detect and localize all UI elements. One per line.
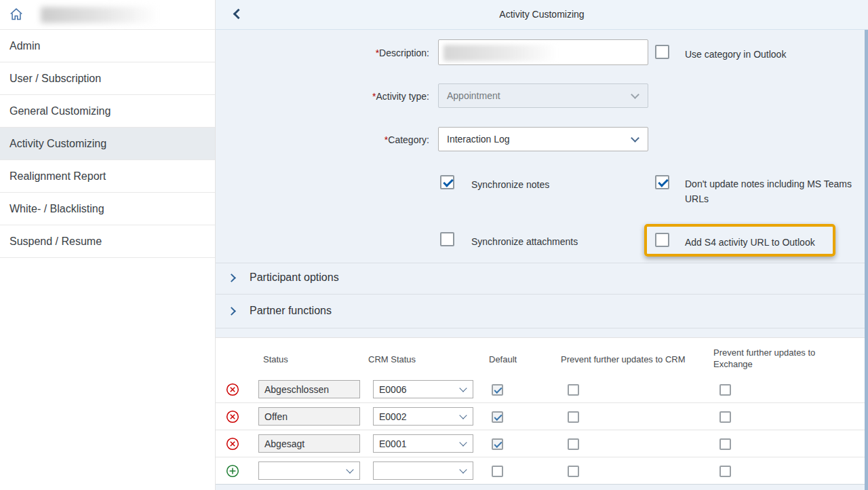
dont-update-notes-label: Don't update notes including MS Teams UR… bbox=[685, 176, 859, 206]
table-row-new bbox=[216, 457, 865, 485]
chevron-down-icon bbox=[346, 466, 353, 473]
section-divider bbox=[216, 328, 868, 328]
default-checkbox[interactable] bbox=[492, 411, 503, 423]
page-title: Activity Customizing bbox=[216, 9, 868, 20]
app-window: Admin User / Subscription General Custom… bbox=[0, 0, 868, 490]
column-header-prevent-crm: Prevent further updates to CRM bbox=[561, 354, 686, 364]
crm-status-select[interactable] bbox=[373, 461, 473, 480]
prevent-exchange-checkbox[interactable] bbox=[719, 438, 731, 450]
section-partner-functions[interactable]: Partner functions bbox=[216, 296, 868, 327]
dont-update-notes-checkbox[interactable] bbox=[655, 175, 669, 189]
column-header-crm-status: CRM Status bbox=[368, 354, 416, 364]
delete-row-button[interactable] bbox=[226, 437, 239, 451]
chevron-down-icon bbox=[459, 411, 467, 419]
chevron-down-icon bbox=[459, 384, 467, 392]
description-label: *Description: bbox=[376, 48, 429, 58]
synchronize-notes-checkbox[interactable] bbox=[440, 175, 454, 189]
sidebar: Admin User / Subscription General Custom… bbox=[0, 0, 216, 490]
table-row: Abgesagt E0001 bbox=[216, 430, 865, 457]
activity-type-label: *Activity type: bbox=[372, 91, 429, 102]
use-category-label: Use category in Outlook bbox=[685, 47, 786, 62]
synchronize-attachments-label: Synchronize attachments bbox=[471, 234, 578, 249]
section-title: Participant options bbox=[250, 271, 339, 284]
use-category-checkbox[interactable] bbox=[655, 45, 669, 59]
default-checkbox[interactable] bbox=[492, 438, 503, 450]
section-title: Partner functions bbox=[250, 305, 332, 317]
prevent-exchange-checkbox[interactable] bbox=[719, 466, 731, 477]
prevent-exchange-checkbox[interactable] bbox=[719, 411, 731, 423]
crm-status-select[interactable]: E0002 bbox=[373, 407, 473, 426]
add-row-button[interactable] bbox=[226, 464, 239, 478]
prevent-crm-checkbox[interactable] bbox=[568, 438, 579, 450]
default-checkbox[interactable] bbox=[492, 466, 503, 477]
column-header-status: Status bbox=[263, 354, 288, 364]
home-icon[interactable] bbox=[9, 7, 24, 24]
synchronize-notes-label: Synchronize notes bbox=[471, 177, 549, 192]
chevron-right-icon bbox=[227, 274, 236, 282]
sidebar-header bbox=[0, 0, 215, 30]
sidebar-item-activity-customizing[interactable]: Activity Customizing bbox=[0, 128, 215, 160]
description-input[interactable] bbox=[438, 39, 648, 65]
highlight-annotation-box bbox=[644, 224, 835, 257]
synchronize-attachments-checkbox[interactable] bbox=[440, 232, 454, 246]
status-input[interactable]: Abgeschlossen bbox=[258, 380, 360, 398]
status-mapping-table: Status CRM Status Default Prevent furthe… bbox=[216, 337, 865, 485]
sidebar-item-admin[interactable]: Admin bbox=[0, 30, 215, 62]
crm-status-select[interactable]: E0001 bbox=[373, 434, 473, 453]
sidebar-nav: Admin User / Subscription General Custom… bbox=[0, 30, 215, 258]
status-select[interactable] bbox=[258, 461, 360, 480]
delete-row-button[interactable] bbox=[226, 410, 239, 423]
category-label: *Category: bbox=[384, 134, 429, 145]
chevron-down-icon bbox=[459, 466, 467, 473]
chevron-down-icon bbox=[631, 90, 639, 99]
column-header-prevent-exchange: Prevent further updates to Exchange bbox=[713, 347, 835, 370]
section-divider bbox=[216, 294, 868, 295]
crm-status-select[interactable]: E0006 bbox=[373, 380, 473, 398]
status-input[interactable]: Abgesagt bbox=[258, 434, 360, 453]
default-checkbox[interactable] bbox=[492, 384, 503, 396]
sidebar-item-user-subscription[interactable]: User / Subscription bbox=[0, 62, 215, 95]
chevron-down-icon bbox=[631, 134, 639, 143]
category-select[interactable]: Interaction Log bbox=[438, 127, 648, 151]
chevron-right-icon bbox=[227, 307, 236, 316]
prevent-exchange-checkbox[interactable] bbox=[719, 384, 731, 396]
table-row: Abgeschlossen E0006 bbox=[216, 376, 865, 403]
redacted-text bbox=[443, 45, 557, 61]
prevent-crm-checkbox[interactable] bbox=[568, 466, 579, 477]
sidebar-item-suspend-resume[interactable]: Suspend / Resume bbox=[0, 225, 215, 258]
sidebar-item-general-customizing[interactable]: General Customizing bbox=[0, 95, 215, 128]
delete-row-button[interactable] bbox=[226, 383, 239, 396]
vertical-scrollbar[interactable] bbox=[865, 0, 868, 490]
column-header-default: Default bbox=[489, 354, 517, 364]
prevent-crm-checkbox[interactable] bbox=[568, 411, 579, 423]
activity-type-select: Appointment bbox=[438, 83, 648, 108]
sidebar-item-realignment-report[interactable]: Realignment Report bbox=[0, 160, 215, 193]
sidebar-item-white-blacklisting[interactable]: White- / Blacklisting bbox=[0, 193, 215, 225]
prevent-crm-checkbox[interactable] bbox=[568, 384, 579, 396]
table-row: Offen E0002 bbox=[216, 403, 865, 430]
main-panel: Activity Customizing *Description: Use c… bbox=[216, 0, 868, 490]
app-logo-redacted bbox=[41, 7, 157, 23]
page-header: Activity Customizing bbox=[216, 0, 868, 30]
chevron-down-icon bbox=[459, 438, 467, 446]
section-participant-options[interactable]: Participant options bbox=[216, 263, 868, 295]
status-input[interactable]: Offen bbox=[258, 407, 360, 426]
